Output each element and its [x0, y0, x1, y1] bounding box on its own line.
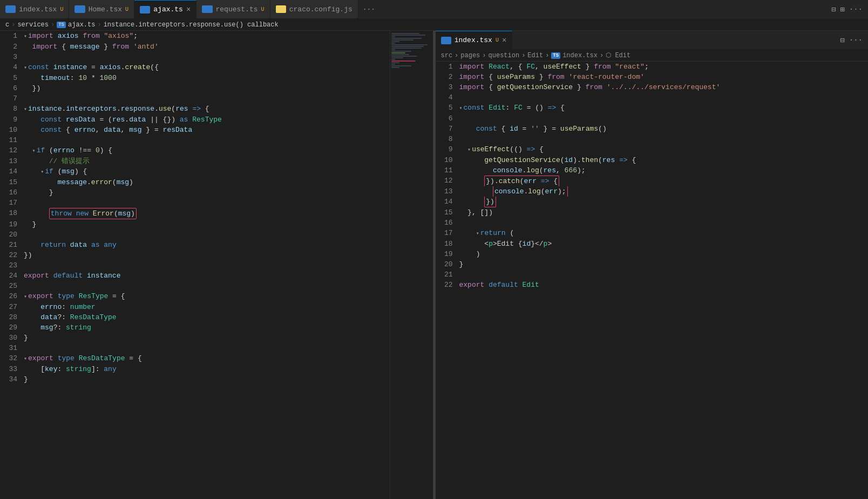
breadcrumb-item[interactable]: pages [460, 52, 480, 59]
right-code-area[interactable]: 1 import React, { FC, useEffect } from "… [436, 62, 869, 499]
line-content: const { id = '' } = useParams() [457, 124, 869, 134]
code-line: 28 data?: ResDataType [0, 312, 390, 322]
code-line: 3 import { getQuestionService } from '..… [436, 82, 869, 92]
tab-index-tsx-left[interactable]: TS index.tsx U [0, 0, 69, 18]
line-number: 11 [0, 135, 22, 145]
line-number: 15 [436, 207, 457, 218]
split-editor-icon[interactable]: ⊟ [831, 5, 836, 14]
code-line: 10 getQuestionService(id).then(res => { [436, 155, 869, 165]
line-number: 30 [0, 333, 22, 343]
breadcrumb-sep: › [97, 21, 101, 29]
tab-close-button[interactable]: × [186, 6, 191, 14]
line-content: }, []) [457, 207, 869, 218]
line-content [22, 230, 390, 240]
line-content: }) [22, 83, 390, 93]
line-number: 8 [0, 104, 22, 114]
tab-close-button[interactable]: × [502, 37, 506, 44]
line-number: 32 [0, 353, 22, 364]
code-line: 21 [436, 269, 869, 280]
code-line: 19 ) [436, 249, 869, 259]
split-editor-icon-right[interactable]: ⊟ [840, 36, 844, 45]
breadcrumb-item[interactable]: question [489, 52, 520, 59]
line-number: 29 [0, 322, 22, 333]
breadcrumb-item[interactable]: index.tsx [562, 52, 598, 59]
js-icon: JS [276, 5, 286, 13]
line-number: 14 [0, 166, 22, 177]
breadcrumb-item[interactable]: ⬡ Edit [606, 51, 630, 59]
ts-badge-breadcrumb: TS [57, 22, 66, 28]
line-number: 17 [0, 198, 22, 208]
code-line: 24 export default instance [0, 271, 390, 281]
breadcrumb-item[interactable]: services [17, 21, 49, 29]
line-number: 25 [0, 281, 22, 291]
line-content: } [22, 374, 390, 385]
right-code-pane: TS index.tsx U × ⊟ ··· src › pages › que… [436, 31, 869, 499]
line-content: ▾import axios from "axios"; [22, 31, 390, 42]
line-number: 5 [0, 73, 22, 83]
line-content: ▾export type ResDataType = { [22, 353, 390, 364]
code-line: 8 [436, 134, 869, 144]
line-number: 4 [0, 62, 22, 73]
tab-overflow-button[interactable]: ··· [358, 0, 379, 18]
tab-label: request.ts [216, 5, 258, 14]
code-line: 20 [0, 230, 390, 240]
editor-actions: ⊟ ⊞ ··· [826, 0, 868, 18]
ts-badge-breadcrumb-right: TS [551, 52, 560, 59]
tab-index-tsx-right[interactable]: TS index.tsx U × [436, 31, 513, 49]
code-line: 10 const { errno, data, msg } = resData [0, 125, 390, 135]
line-content: ▾useEffect(() => { [457, 144, 869, 155]
line-content: return data as any [22, 240, 390, 250]
tab-home-tsx[interactable]: TS Home.tsx U [69, 0, 134, 18]
line-number: 13 [436, 186, 457, 197]
code-line: 6 [436, 113, 869, 124]
line-number: 10 [436, 155, 457, 165]
breadcrumb-item[interactable]: c [5, 21, 9, 29]
line-content: message.error(msg) [22, 177, 390, 187]
editor-more-icon-right[interactable]: ··· [849, 36, 863, 44]
code-line: 1 ▾import axios from "axios"; [0, 31, 390, 42]
line-number: 15 [0, 177, 22, 187]
line-number: 7 [436, 124, 457, 134]
breadcrumb-sep: › [51, 21, 55, 29]
line-content: data?: ResDataType [22, 312, 390, 322]
tab-label: Home.tsx [89, 5, 122, 14]
code-line: 16 [436, 218, 869, 228]
breadcrumb-item[interactable]: ajax.ts [68, 21, 95, 29]
tab-request-ts[interactable]: TS request.ts U [196, 0, 270, 18]
line-content: [key: string]: any [22, 364, 390, 374]
line-number: 8 [436, 134, 457, 144]
ts-icon: TS [5, 5, 16, 13]
breadcrumb-sep: › [482, 52, 486, 59]
code-line: 17 ▾return ( [436, 228, 869, 239]
code-line: 26 ▾export type ResType = { [0, 291, 390, 302]
breadcrumb-sep: › [600, 52, 603, 59]
breadcrumb-item[interactable]: Edit [527, 52, 543, 59]
line-content: msg?: string [22, 322, 390, 333]
code-line: 1 import React, { FC, useEffect } from "… [436, 62, 869, 72]
editor-more-icon[interactable]: ··· [849, 5, 863, 14]
breadcrumb-item[interactable]: instance.interceptors.response.use() cal… [104, 21, 279, 29]
line-number: 1 [0, 31, 22, 42]
line-number: 16 [0, 187, 22, 198]
line-content: ▾instance.interceptors.response.use(res … [22, 104, 390, 114]
code-line-error: 13 console.log(err); [436, 186, 869, 197]
line-content [457, 134, 869, 144]
breadcrumb-item[interactable]: src [441, 52, 453, 59]
tab-ajax-ts[interactable]: TS ajax.ts × [134, 0, 196, 18]
left-code-area[interactable]: 1 ▾import axios from "axios"; 2 import {… [0, 31, 390, 499]
left-minimap [390, 31, 433, 499]
line-number: 3 [0, 52, 22, 62]
tab-craco-config[interactable]: JS craco.config.js [270, 0, 358, 18]
breadcrumb-sep: › [521, 52, 525, 59]
tab-dirty: U [60, 6, 63, 12]
line-number: 20 [436, 259, 457, 269]
line-content: <p>Edit {id}</p> [457, 239, 869, 249]
editor-layout-icon[interactable]: ⊞ [840, 5, 844, 14]
line-content [457, 218, 869, 228]
minimap-content [390, 31, 433, 71]
code-line: 34 } [0, 374, 390, 385]
line-content: throw new Error(msg) [22, 208, 390, 219]
line-number: 5 [436, 103, 457, 113]
line-number: 3 [436, 82, 457, 92]
line-number: 18 [0, 208, 22, 219]
